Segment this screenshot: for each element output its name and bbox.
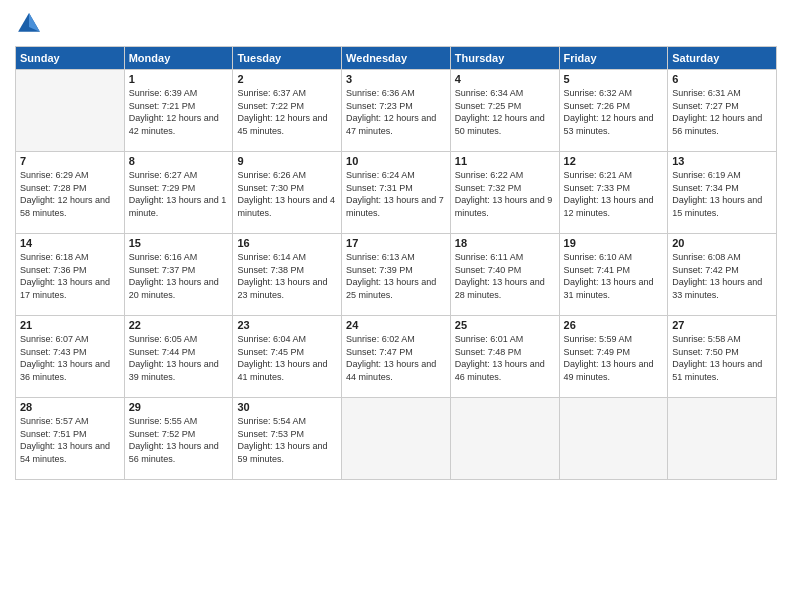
logo-icon (15, 10, 43, 38)
weekday-header-saturday: Saturday (668, 47, 777, 70)
day-number: 26 (564, 319, 664, 331)
calendar-day-cell: 12 Sunrise: 6:21 AM Sunset: 7:33 PM Dayl… (559, 152, 668, 234)
calendar-day-cell (16, 70, 125, 152)
daylight-line: Daylight: 13 hours and 17 minutes. (20, 276, 120, 301)
sunrise-line: Sunrise: 6:02 AM (346, 333, 446, 346)
daylight-line: Daylight: 13 hours and 36 minutes. (20, 358, 120, 383)
sunrise-line: Sunrise: 6:08 AM (672, 251, 772, 264)
calendar-day-cell: 6 Sunrise: 6:31 AM Sunset: 7:27 PM Dayli… (668, 70, 777, 152)
daylight-line: Daylight: 13 hours and 1 minute. (129, 194, 229, 219)
daylight-line: Daylight: 13 hours and 4 minutes. (237, 194, 337, 219)
sunset-line: Sunset: 7:49 PM (564, 346, 664, 359)
daylight-line: Daylight: 13 hours and 51 minutes. (672, 358, 772, 383)
sunrise-line: Sunrise: 6:22 AM (455, 169, 555, 182)
sunset-line: Sunset: 7:36 PM (20, 264, 120, 277)
sunrise-line: Sunrise: 6:14 AM (237, 251, 337, 264)
sunrise-line: Sunrise: 6:39 AM (129, 87, 229, 100)
sunset-line: Sunset: 7:45 PM (237, 346, 337, 359)
calendar-day-cell: 21 Sunrise: 6:07 AM Sunset: 7:43 PM Dayl… (16, 316, 125, 398)
daylight-line: Daylight: 13 hours and 31 minutes. (564, 276, 664, 301)
sunrise-line: Sunrise: 5:55 AM (129, 415, 229, 428)
calendar-day-cell: 18 Sunrise: 6:11 AM Sunset: 7:40 PM Dayl… (450, 234, 559, 316)
sunset-line: Sunset: 7:27 PM (672, 100, 772, 113)
daylight-line: Daylight: 12 hours and 50 minutes. (455, 112, 555, 137)
weekday-header-monday: Monday (124, 47, 233, 70)
sunrise-line: Sunrise: 6:11 AM (455, 251, 555, 264)
calendar-day-cell: 7 Sunrise: 6:29 AM Sunset: 7:28 PM Dayli… (16, 152, 125, 234)
sunset-line: Sunset: 7:37 PM (129, 264, 229, 277)
sunset-line: Sunset: 7:50 PM (672, 346, 772, 359)
calendar-day-cell: 15 Sunrise: 6:16 AM Sunset: 7:37 PM Dayl… (124, 234, 233, 316)
daylight-line: Daylight: 13 hours and 41 minutes. (237, 358, 337, 383)
sunrise-line: Sunrise: 5:54 AM (237, 415, 337, 428)
calendar-day-cell: 1 Sunrise: 6:39 AM Sunset: 7:21 PM Dayli… (124, 70, 233, 152)
sunrise-line: Sunrise: 6:37 AM (237, 87, 337, 100)
day-number: 6 (672, 73, 772, 85)
daylight-line: Daylight: 13 hours and 59 minutes. (237, 440, 337, 465)
sunset-line: Sunset: 7:41 PM (564, 264, 664, 277)
sunset-line: Sunset: 7:51 PM (20, 428, 120, 441)
calendar-week-3: 14 Sunrise: 6:18 AM Sunset: 7:36 PM Dayl… (16, 234, 777, 316)
logo (15, 10, 47, 38)
sunset-line: Sunset: 7:33 PM (564, 182, 664, 195)
sunset-line: Sunset: 7:28 PM (20, 182, 120, 195)
sunset-line: Sunset: 7:40 PM (455, 264, 555, 277)
sunrise-line: Sunrise: 6:31 AM (672, 87, 772, 100)
sunrise-line: Sunrise: 6:13 AM (346, 251, 446, 264)
daylight-line: Daylight: 13 hours and 15 minutes. (672, 194, 772, 219)
weekday-header-sunday: Sunday (16, 47, 125, 70)
sunset-line: Sunset: 7:47 PM (346, 346, 446, 359)
calendar-day-cell: 14 Sunrise: 6:18 AM Sunset: 7:36 PM Dayl… (16, 234, 125, 316)
daylight-line: Daylight: 13 hours and 9 minutes. (455, 194, 555, 219)
weekday-header-row: SundayMondayTuesdayWednesdayThursdayFrid… (16, 47, 777, 70)
sunrise-line: Sunrise: 5:57 AM (20, 415, 120, 428)
daylight-line: Daylight: 12 hours and 47 minutes. (346, 112, 446, 137)
sunset-line: Sunset: 7:22 PM (237, 100, 337, 113)
calendar-day-cell: 10 Sunrise: 6:24 AM Sunset: 7:31 PM Dayl… (342, 152, 451, 234)
sunrise-line: Sunrise: 6:01 AM (455, 333, 555, 346)
sunrise-line: Sunrise: 6:18 AM (20, 251, 120, 264)
calendar-day-cell: 28 Sunrise: 5:57 AM Sunset: 7:51 PM Dayl… (16, 398, 125, 480)
calendar-day-cell: 23 Sunrise: 6:04 AM Sunset: 7:45 PM Dayl… (233, 316, 342, 398)
sunrise-line: Sunrise: 6:10 AM (564, 251, 664, 264)
sunset-line: Sunset: 7:38 PM (237, 264, 337, 277)
day-number: 18 (455, 237, 555, 249)
sunset-line: Sunset: 7:52 PM (129, 428, 229, 441)
sunset-line: Sunset: 7:23 PM (346, 100, 446, 113)
day-number: 16 (237, 237, 337, 249)
sunrise-line: Sunrise: 6:27 AM (129, 169, 229, 182)
calendar-day-cell: 27 Sunrise: 5:58 AM Sunset: 7:50 PM Dayl… (668, 316, 777, 398)
sunrise-line: Sunrise: 6:21 AM (564, 169, 664, 182)
sunrise-line: Sunrise: 6:16 AM (129, 251, 229, 264)
sunrise-line: Sunrise: 6:04 AM (237, 333, 337, 346)
day-number: 9 (237, 155, 337, 167)
day-number: 20 (672, 237, 772, 249)
calendar-week-2: 7 Sunrise: 6:29 AM Sunset: 7:28 PM Dayli… (16, 152, 777, 234)
day-number: 24 (346, 319, 446, 331)
sunrise-line: Sunrise: 6:26 AM (237, 169, 337, 182)
day-number: 7 (20, 155, 120, 167)
daylight-line: Daylight: 13 hours and 46 minutes. (455, 358, 555, 383)
sunset-line: Sunset: 7:32 PM (455, 182, 555, 195)
sunrise-line: Sunrise: 6:07 AM (20, 333, 120, 346)
calendar-day-cell: 17 Sunrise: 6:13 AM Sunset: 7:39 PM Dayl… (342, 234, 451, 316)
calendar-day-cell: 16 Sunrise: 6:14 AM Sunset: 7:38 PM Dayl… (233, 234, 342, 316)
daylight-line: Daylight: 12 hours and 58 minutes. (20, 194, 120, 219)
calendar-day-cell: 13 Sunrise: 6:19 AM Sunset: 7:34 PM Dayl… (668, 152, 777, 234)
day-number: 12 (564, 155, 664, 167)
calendar-day-cell: 25 Sunrise: 6:01 AM Sunset: 7:48 PM Dayl… (450, 316, 559, 398)
sunset-line: Sunset: 7:53 PM (237, 428, 337, 441)
daylight-line: Daylight: 13 hours and 49 minutes. (564, 358, 664, 383)
day-number: 17 (346, 237, 446, 249)
day-number: 15 (129, 237, 229, 249)
calendar-day-cell: 20 Sunrise: 6:08 AM Sunset: 7:42 PM Dayl… (668, 234, 777, 316)
calendar-day-cell: 3 Sunrise: 6:36 AM Sunset: 7:23 PM Dayli… (342, 70, 451, 152)
sunset-line: Sunset: 7:31 PM (346, 182, 446, 195)
day-number: 10 (346, 155, 446, 167)
sunrise-line: Sunrise: 6:36 AM (346, 87, 446, 100)
day-number: 21 (20, 319, 120, 331)
sunset-line: Sunset: 7:42 PM (672, 264, 772, 277)
calendar-day-cell (342, 398, 451, 480)
sunset-line: Sunset: 7:43 PM (20, 346, 120, 359)
day-number: 19 (564, 237, 664, 249)
